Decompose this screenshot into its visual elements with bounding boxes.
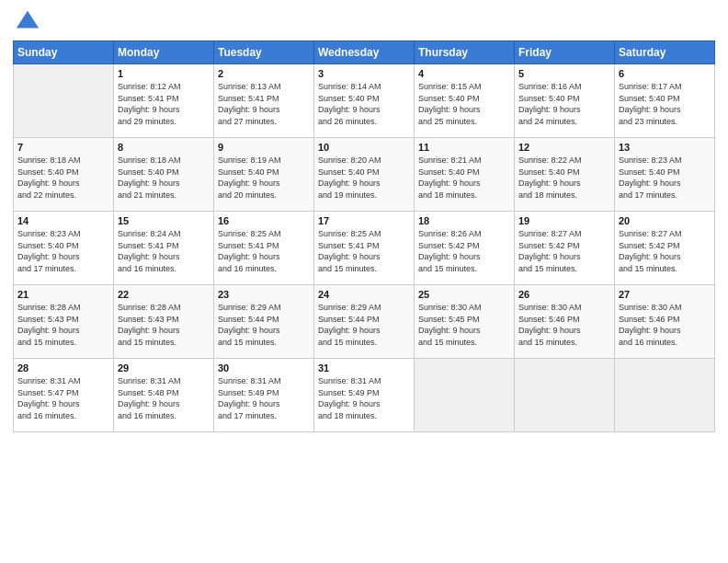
day-number: 16	[218, 215, 310, 226]
day-info: Sunrise: 8:18 AM Sunset: 5:40 PM Dayligh…	[118, 155, 210, 201]
header-wednesday: Wednesday	[314, 41, 415, 64]
calendar-week-row: 7Sunrise: 8:18 AM Sunset: 5:40 PM Daylig…	[14, 138, 715, 212]
header-tuesday: Tuesday	[214, 41, 314, 64]
calendar-cell: 4Sunrise: 8:15 AM Sunset: 5:40 PM Daylig…	[415, 64, 515, 138]
calendar-cell: 7Sunrise: 8:18 AM Sunset: 5:40 PM Daylig…	[14, 138, 114, 212]
calendar-week-row: 14Sunrise: 8:23 AM Sunset: 5:40 PM Dayli…	[14, 212, 715, 285]
day-number: 17	[318, 215, 410, 226]
calendar-week-row: 1Sunrise: 8:12 AM Sunset: 5:41 PM Daylig…	[14, 64, 715, 138]
calendar-cell: 11Sunrise: 8:21 AM Sunset: 5:40 PM Dayli…	[415, 138, 515, 212]
day-info: Sunrise: 8:13 AM Sunset: 5:41 PM Dayligh…	[218, 81, 310, 127]
day-info: Sunrise: 8:30 AM Sunset: 5:45 PM Dayligh…	[418, 302, 510, 348]
calendar-cell: 21Sunrise: 8:28 AM Sunset: 5:43 PM Dayli…	[14, 285, 114, 359]
day-info: Sunrise: 8:19 AM Sunset: 5:40 PM Dayligh…	[218, 155, 310, 201]
day-number: 14	[17, 215, 109, 226]
header-friday: Friday	[515, 41, 615, 64]
day-number: 25	[418, 289, 510, 300]
day-number: 13	[619, 142, 711, 153]
header-monday: Monday	[114, 41, 214, 64]
day-number: 23	[218, 289, 310, 300]
calendar-cell	[615, 359, 715, 432]
day-info: Sunrise: 8:17 AM Sunset: 5:40 PM Dayligh…	[619, 81, 711, 127]
logo-icon	[15, 9, 40, 35]
day-number: 8	[118, 142, 210, 153]
day-info: Sunrise: 8:28 AM Sunset: 5:43 PM Dayligh…	[118, 302, 210, 348]
calendar-cell: 8Sunrise: 8:18 AM Sunset: 5:40 PM Daylig…	[114, 138, 214, 212]
day-number: 15	[118, 215, 210, 226]
day-number: 18	[418, 215, 510, 226]
calendar-cell: 9Sunrise: 8:19 AM Sunset: 5:40 PM Daylig…	[214, 138, 314, 212]
calendar-body: 1Sunrise: 8:12 AM Sunset: 5:41 PM Daylig…	[14, 64, 715, 432]
day-number: 11	[418, 142, 510, 153]
day-number: 3	[318, 68, 410, 79]
day-info: Sunrise: 8:25 AM Sunset: 5:41 PM Dayligh…	[218, 228, 310, 274]
calendar-cell	[515, 359, 615, 432]
day-number: 24	[318, 289, 410, 300]
calendar-cell: 31Sunrise: 8:31 AM Sunset: 5:49 PM Dayli…	[314, 359, 415, 432]
calendar-cell: 12Sunrise: 8:22 AM Sunset: 5:40 PM Dayli…	[515, 138, 615, 212]
day-info: Sunrise: 8:14 AM Sunset: 5:40 PM Dayligh…	[318, 81, 410, 127]
calendar-cell: 3Sunrise: 8:14 AM Sunset: 5:40 PM Daylig…	[314, 64, 415, 138]
calendar-cell: 29Sunrise: 8:31 AM Sunset: 5:48 PM Dayli…	[114, 359, 214, 432]
day-number: 30	[218, 362, 310, 373]
calendar-cell: 27Sunrise: 8:30 AM Sunset: 5:46 PM Dayli…	[615, 285, 715, 359]
calendar-cell: 24Sunrise: 8:29 AM Sunset: 5:44 PM Dayli…	[314, 285, 415, 359]
day-number: 9	[218, 142, 310, 153]
day-info: Sunrise: 8:28 AM Sunset: 5:43 PM Dayligh…	[17, 302, 109, 348]
day-info: Sunrise: 8:16 AM Sunset: 5:40 PM Dayligh…	[518, 81, 610, 127]
day-info: Sunrise: 8:31 AM Sunset: 5:49 PM Dayligh…	[218, 375, 310, 421]
logo	[13, 13, 40, 35]
day-info: Sunrise: 8:23 AM Sunset: 5:40 PM Dayligh…	[17, 228, 109, 274]
day-number: 7	[17, 142, 109, 153]
day-info: Sunrise: 8:22 AM Sunset: 5:40 PM Dayligh…	[518, 155, 610, 201]
day-info: Sunrise: 8:12 AM Sunset: 5:41 PM Dayligh…	[118, 81, 210, 127]
calendar-cell: 17Sunrise: 8:25 AM Sunset: 5:41 PM Dayli…	[314, 212, 415, 285]
page-container: Sunday Monday Tuesday Wednesday Thursday…	[0, 0, 728, 442]
calendar-cell: 25Sunrise: 8:30 AM Sunset: 5:45 PM Dayli…	[415, 285, 515, 359]
day-number: 31	[318, 362, 410, 373]
day-number: 4	[418, 68, 510, 79]
day-info: Sunrise: 8:30 AM Sunset: 5:46 PM Dayligh…	[619, 302, 711, 348]
day-info: Sunrise: 8:23 AM Sunset: 5:40 PM Dayligh…	[619, 155, 711, 201]
day-number: 1	[118, 68, 210, 79]
day-number: 22	[118, 289, 210, 300]
day-number: 6	[619, 68, 711, 79]
day-info: Sunrise: 8:18 AM Sunset: 5:40 PM Dayligh…	[17, 155, 109, 201]
calendar-table: Sunday Monday Tuesday Wednesday Thursday…	[13, 40, 715, 432]
day-info: Sunrise: 8:31 AM Sunset: 5:47 PM Dayligh…	[17, 375, 109, 421]
header-thursday: Thursday	[415, 41, 515, 64]
day-info: Sunrise: 8:26 AM Sunset: 5:42 PM Dayligh…	[418, 228, 510, 274]
calendar-cell: 6Sunrise: 8:17 AM Sunset: 5:40 PM Daylig…	[615, 64, 715, 138]
day-number: 19	[518, 215, 610, 226]
calendar-cell: 5Sunrise: 8:16 AM Sunset: 5:40 PM Daylig…	[515, 64, 615, 138]
day-number: 29	[118, 362, 210, 373]
calendar-cell: 22Sunrise: 8:28 AM Sunset: 5:43 PM Dayli…	[114, 285, 214, 359]
calendar-cell: 16Sunrise: 8:25 AM Sunset: 5:41 PM Dayli…	[214, 212, 314, 285]
day-number: 10	[318, 142, 410, 153]
day-number: 5	[518, 68, 610, 79]
header-sunday: Sunday	[14, 41, 114, 64]
day-info: Sunrise: 8:27 AM Sunset: 5:42 PM Dayligh…	[518, 228, 610, 274]
calendar-header-row: Sunday Monday Tuesday Wednesday Thursday…	[14, 41, 715, 64]
calendar-cell: 18Sunrise: 8:26 AM Sunset: 5:42 PM Dayli…	[415, 212, 515, 285]
day-number: 20	[619, 215, 711, 226]
day-number: 21	[17, 289, 109, 300]
day-info: Sunrise: 8:29 AM Sunset: 5:44 PM Dayligh…	[218, 302, 310, 348]
calendar-cell: 20Sunrise: 8:27 AM Sunset: 5:42 PM Dayli…	[615, 212, 715, 285]
day-info: Sunrise: 8:31 AM Sunset: 5:48 PM Dayligh…	[118, 375, 210, 421]
calendar-cell	[415, 359, 515, 432]
calendar-cell: 15Sunrise: 8:24 AM Sunset: 5:41 PM Dayli…	[114, 212, 214, 285]
calendar-week-row: 21Sunrise: 8:28 AM Sunset: 5:43 PM Dayli…	[14, 285, 715, 359]
calendar-cell: 14Sunrise: 8:23 AM Sunset: 5:40 PM Dayli…	[14, 212, 114, 285]
calendar-cell: 28Sunrise: 8:31 AM Sunset: 5:47 PM Dayli…	[14, 359, 114, 432]
day-number: 28	[17, 362, 109, 373]
calendar-cell: 10Sunrise: 8:20 AM Sunset: 5:40 PM Dayli…	[314, 138, 415, 212]
day-info: Sunrise: 8:21 AM Sunset: 5:40 PM Dayligh…	[418, 155, 510, 201]
day-info: Sunrise: 8:20 AM Sunset: 5:40 PM Dayligh…	[318, 155, 410, 201]
day-info: Sunrise: 8:25 AM Sunset: 5:41 PM Dayligh…	[318, 228, 410, 274]
calendar-cell: 1Sunrise: 8:12 AM Sunset: 5:41 PM Daylig…	[114, 64, 214, 138]
svg-marker-0	[17, 11, 39, 29]
day-info: Sunrise: 8:29 AM Sunset: 5:44 PM Dayligh…	[318, 302, 410, 348]
header-saturday: Saturday	[615, 41, 715, 64]
day-info: Sunrise: 8:15 AM Sunset: 5:40 PM Dayligh…	[418, 81, 510, 127]
